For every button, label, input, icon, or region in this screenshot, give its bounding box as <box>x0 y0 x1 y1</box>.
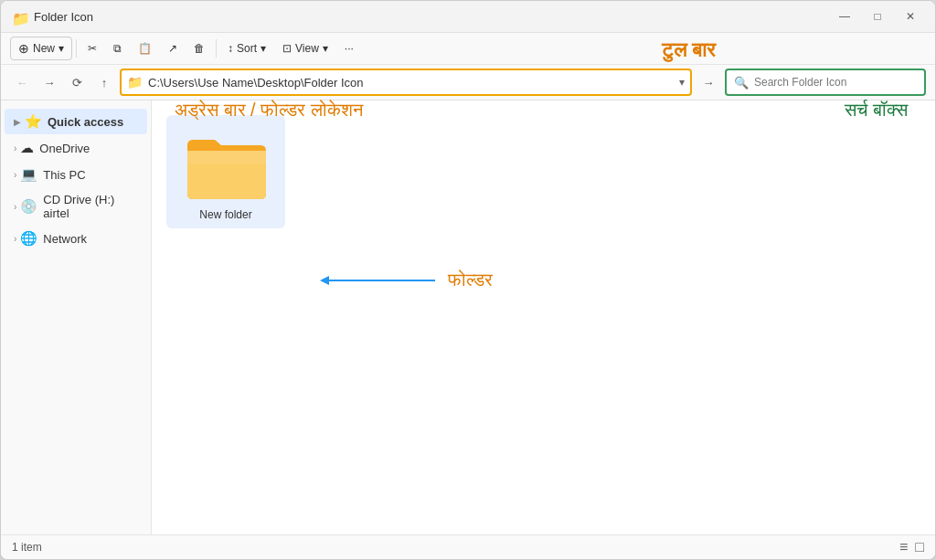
content-area: New folder फोल्डर अड्रेस बार / फोल्डर लो… <box>152 100 935 534</box>
up-button[interactable]: ↑ <box>92 70 116 94</box>
recent-button[interactable]: ⟳ <box>65 70 89 94</box>
folder-svg <box>183 125 270 203</box>
sidebar: ▶ ⭐ Quick access › ☁ OneDrive › 💻 This P… <box>1 100 152 534</box>
arrow-svg <box>316 271 444 290</box>
sidebar-item-quick-access[interactable]: ▶ ⭐ Quick access <box>5 109 147 134</box>
folder-item[interactable]: New folder <box>166 115 285 228</box>
sidebar-item-cd-drive[interactable]: › 💿 CD Drive (H:) airtel <box>5 188 147 225</box>
main-window: 📁 Folder Icon — □ ✕ ⊕ New ▾ ✂ ⧉ 📋 ↗ 🗑 <box>0 0 936 560</box>
list-view-button[interactable]: ≡ <box>899 539 908 555</box>
paste-icon: 📋 <box>138 42 152 55</box>
view-button[interactable]: ⊡ View ▾ <box>275 38 335 58</box>
search-icon: 🔍 <box>734 76 749 90</box>
this-pc-label: This PC <box>43 168 85 182</box>
onedrive-icon: ☁ <box>20 140 34 156</box>
sort-chevron-icon: ▾ <box>261 42 266 55</box>
new-button[interactable]: ⊕ New ▾ <box>10 37 72 60</box>
address-dropdown-icon[interactable]: ▾ <box>679 76 685 89</box>
new-label: New <box>33 42 55 55</box>
svg-marker-1 <box>320 276 329 285</box>
search-container: 🔍 <box>725 69 926 96</box>
cut-icon: ✂ <box>88 42 97 55</box>
onedrive-label: OneDrive <box>39 142 90 155</box>
paste-button[interactable]: 📋 <box>131 38 159 58</box>
window-title: Folder Icon <box>34 10 831 24</box>
sidebar-item-onedrive[interactable]: › ☁ OneDrive <box>5 135 147 161</box>
cd-drive-label: CD Drive (H:) airtel <box>43 193 138 220</box>
folder-annotation: फोल्डर <box>316 269 493 291</box>
chevron-right-icon-4: › <box>14 234 16 244</box>
address-folder-icon: 📁 <box>127 75 143 90</box>
forward-button[interactable]: → <box>37 70 61 94</box>
share-button[interactable]: ↗ <box>161 38 185 58</box>
network-icon: 🌐 <box>20 230 37 247</box>
new-dropdown-icon: ▾ <box>58 42 64 55</box>
delete-button[interactable]: 🗑 <box>186 38 212 58</box>
maximize-button[interactable]: □ <box>864 6 891 26</box>
sort-icon: ↕ <box>228 42 233 55</box>
status-right: ≡ □ <box>899 539 924 555</box>
chevron-right-icon-3: › <box>14 202 16 212</box>
cut-button[interactable]: ✂ <box>80 38 104 58</box>
view-chevron-icon: ▾ <box>323 42 328 55</box>
chevron-right-icon: › <box>14 143 16 153</box>
more-options-button[interactable]: ··· <box>337 38 361 58</box>
main-area: ▶ ⭐ Quick access › ☁ OneDrive › 💻 This P… <box>1 100 935 534</box>
view-label: View <box>295 42 319 55</box>
back-button[interactable]: ← <box>10 70 34 94</box>
minimize-button[interactable]: — <box>831 6 858 26</box>
sort-label: Sort <box>237 42 257 55</box>
title-bar: 📁 Folder Icon — □ ✕ <box>1 1 935 33</box>
quick-access-icon: ⭐ <box>25 113 42 130</box>
toolbar-separator-2 <box>216 39 217 58</box>
folder-arrow-label: फोल्डर <box>448 269 493 291</box>
sidebar-item-network[interactable]: › 🌐 Network <box>5 226 147 251</box>
window-icon: 📁 <box>12 10 27 23</box>
chevron-right-icon-2: › <box>14 170 16 180</box>
search-input[interactable] <box>754 76 917 89</box>
view-icon: ⊡ <box>282 42 292 55</box>
sidebar-item-this-pc[interactable]: › 💻 This PC <box>5 162 147 187</box>
address-bar-input[interactable] <box>148 76 679 90</box>
chevron-down-icon: ▶ <box>14 117 21 127</box>
share-icon: ↗ <box>168 42 177 55</box>
grid-view-button[interactable]: □ <box>915 539 924 555</box>
this-pc-icon: 💻 <box>20 166 37 183</box>
cd-drive-icon: 💿 <box>20 198 37 215</box>
item-count: 1 item <box>12 541 42 554</box>
window-controls: — □ ✕ <box>831 6 924 26</box>
sort-button[interactable]: ↕ Sort ▾ <box>220 38 273 58</box>
toolbar-separator-1 <box>76 39 77 58</box>
address-bar-row: ← → ⟳ ↑ 📁 ▾ → 🔍 अड्रेस बार / फोल्डर लोके… <box>1 65 935 100</box>
address-go-button[interactable]: → <box>696 69 721 95</box>
status-bar: 1 item ≡ □ <box>1 534 935 559</box>
more-icon: ··· <box>345 42 354 55</box>
plus-icon: ⊕ <box>18 41 29 56</box>
copy-button[interactable]: ⧉ <box>106 38 129 58</box>
folder-name: New folder <box>199 208 251 221</box>
toolbar-hindi-label: टुल बार <box>662 38 716 62</box>
quick-access-label: Quick access <box>48 115 123 129</box>
network-label: Network <box>43 232 87 246</box>
copy-icon: ⧉ <box>113 42 122 55</box>
close-button[interactable]: ✕ <box>897 6 924 26</box>
toolbar: ⊕ New ▾ ✂ ⧉ 📋 ↗ 🗑 ↕ Sort ▾ ⊡ View ▾ <box>1 33 935 65</box>
address-bar-container: 📁 ▾ <box>120 69 692 96</box>
folder-icon-wrapper <box>180 122 271 205</box>
delete-icon: 🗑 <box>194 42 205 55</box>
